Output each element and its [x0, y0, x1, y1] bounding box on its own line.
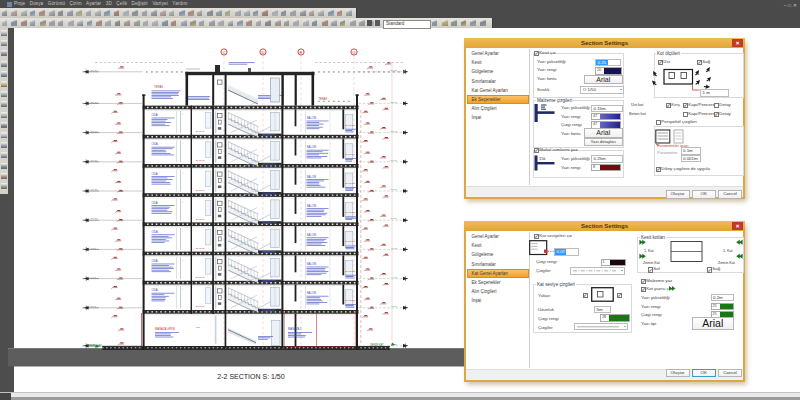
svg-text:C: C: [222, 50, 225, 55]
svg-text:SALON: SALON: [307, 204, 316, 208]
svg-text:SALON: SALON: [307, 175, 316, 179]
svg-text:+4.90: +4.90: [391, 276, 398, 279]
svg-text:ODA: ODA: [152, 288, 158, 292]
svg-text:BANYO: BANYO: [196, 218, 205, 221]
svg-text:2-2 SECTION S: 1/50: 2-2 SECTION S: 1/50: [217, 373, 284, 380]
svg-text:+21.70: +21.70: [389, 101, 397, 104]
svg-text:BANYO: BANYO: [196, 247, 205, 250]
svg-text:²⁶: ²⁶: [182, 230, 184, 232]
svg-text:+2.10: +2.10: [391, 305, 398, 308]
svg-text:SALON: SALON: [307, 262, 316, 266]
svg-text:BALKON: BALKON: [346, 182, 356, 184]
svg-text:ODA: ODA: [152, 172, 158, 176]
svg-text:BANYO: BANYO: [196, 305, 205, 308]
svg-text:²⁶: ²⁶: [182, 113, 184, 115]
svg-text:BANYO: BANYO: [196, 276, 205, 279]
svg-text:BALKON: BALKON: [346, 124, 356, 126]
svg-text:ODA: ODA: [152, 142, 158, 146]
svg-text:+7.70: +7.70: [90, 247, 97, 250]
svg-text:+4.90: +4.90: [90, 276, 97, 279]
svg-text:²⁶: ²⁶: [182, 288, 184, 290]
svg-text:MAĞAZA GİRİŞİ: MAĞAZA GİRİŞİ: [155, 326, 175, 331]
svg-text:SALON: SALON: [307, 233, 316, 237]
svg-text:+10.50: +10.50: [90, 217, 98, 220]
svg-text:+10.50: +10.50: [389, 217, 397, 220]
svg-text:TERAS: TERAS: [154, 85, 163, 89]
svg-text:+2.10: +2.10: [90, 305, 97, 308]
svg-text:ZEMİN KAT: ZEMİN KAT: [370, 342, 384, 347]
svg-text:SALON: SALON: [307, 291, 316, 295]
svg-text:BANYO: BANYO: [196, 130, 205, 133]
svg-text:SALON: SALON: [307, 116, 316, 120]
svg-text:Zemin Kat: Zemin Kat: [718, 261, 735, 265]
svg-text:²⁶: ²⁶: [182, 172, 184, 174]
svg-text:WC: WC: [196, 326, 200, 329]
svg-text:²⁶: ²⁶: [182, 142, 184, 144]
svg-text:BANYO: BANYO: [196, 159, 205, 162]
svg-text:TERAS: TERAS: [319, 97, 328, 101]
svg-text:+24.50: +24.50: [90, 69, 98, 72]
svg-text:ODA: ODA: [152, 113, 158, 117]
svg-text:BALKON: BALKON: [346, 240, 356, 242]
svg-text:ODA: ODA: [152, 201, 158, 205]
svg-text:+13.30: +13.30: [389, 188, 397, 191]
svg-text:+21.70: +21.70: [90, 101, 98, 104]
svg-text:Zemin Kat: Zemin Kat: [643, 261, 660, 265]
svg-text:+13.30: +13.30: [90, 188, 98, 191]
svg-text:E: E: [300, 50, 303, 55]
svg-text:²⁶: ²⁶: [182, 201, 184, 203]
svg-text:²⁶: ²⁶: [182, 259, 184, 261]
svg-text:D: D: [261, 50, 264, 55]
svg-text:BANYO: BANYO: [196, 189, 205, 192]
svg-text:BALKON: BALKON: [346, 299, 356, 301]
svg-text:+16.10: +16.10: [90, 159, 98, 162]
svg-text:BALKON: BALKON: [346, 270, 356, 272]
svg-text:ODA: ODA: [152, 230, 158, 234]
svg-text:+18.90: +18.90: [90, 130, 98, 133]
svg-text:BALKON: BALKON: [346, 211, 356, 213]
svg-text:+16.10: +16.10: [389, 159, 397, 162]
svg-text:ODA: ODA: [152, 259, 158, 263]
svg-text:15k: 15k: [539, 156, 545, 161]
svg-text:+18.90: +18.90: [389, 130, 397, 133]
svg-text:SALON: SALON: [307, 145, 316, 149]
svg-text:1. Kat: 1. Kat: [723, 249, 733, 253]
svg-text:1. Kat: 1. Kat: [644, 249, 654, 253]
svg-text:+7.70: +7.70: [391, 247, 398, 250]
svg-text:BALKON: BALKON: [346, 153, 356, 155]
